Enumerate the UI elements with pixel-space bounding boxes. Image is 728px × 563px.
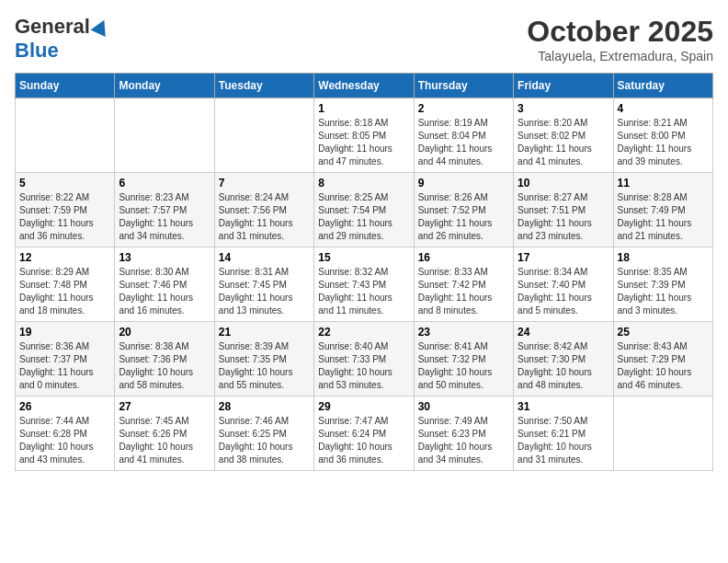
weekday-header: Wednesday	[314, 74, 414, 98]
day-number: 9	[418, 177, 509, 190]
day-info: Sunrise: 8:29 AM Sunset: 7:48 PM Dayligh…	[19, 266, 110, 317]
calendar-week-row: 12Sunrise: 8:29 AM Sunset: 7:48 PM Dayli…	[16, 247, 713, 322]
day-number: 17	[518, 251, 609, 264]
day-info: Sunrise: 8:21 AM Sunset: 8:00 PM Dayligh…	[618, 117, 709, 168]
day-info: Sunrise: 8:32 AM Sunset: 7:43 PM Dayligh…	[318, 266, 409, 317]
day-number: 18	[618, 251, 709, 264]
day-info: Sunrise: 8:27 AM Sunset: 7:51 PM Dayligh…	[518, 191, 609, 243]
calendar-day-cell: 7Sunrise: 8:24 AM Sunset: 7:56 PM Daylig…	[214, 173, 313, 247]
day-number: 24	[518, 326, 609, 339]
day-info: Sunrise: 7:50 AM Sunset: 6:21 PM Dayligh…	[518, 415, 609, 466]
calendar-day-cell: 4Sunrise: 8:21 AM Sunset: 8:00 PM Daylig…	[613, 98, 712, 173]
weekday-header: Saturday	[613, 74, 712, 98]
calendar-day-cell	[613, 396, 712, 471]
day-info: Sunrise: 7:45 AM Sunset: 6:26 PM Dayligh…	[119, 415, 210, 466]
calendar-day-cell: 5Sunrise: 8:22 AM Sunset: 7:59 PM Daylig…	[16, 173, 115, 247]
day-info: Sunrise: 8:25 AM Sunset: 7:54 PM Dayligh…	[318, 191, 409, 243]
calendar-day-cell: 1Sunrise: 8:18 AM Sunset: 8:05 PM Daylig…	[314, 98, 414, 173]
day-info: Sunrise: 8:18 AM Sunset: 8:05 PM Dayligh…	[318, 117, 409, 168]
calendar-day-cell	[16, 98, 115, 173]
day-number: 15	[318, 251, 409, 264]
day-info: Sunrise: 8:19 AM Sunset: 8:04 PM Dayligh…	[418, 117, 509, 168]
calendar-day-cell: 9Sunrise: 8:26 AM Sunset: 7:52 PM Daylig…	[414, 173, 513, 247]
day-info: Sunrise: 7:46 AM Sunset: 6:25 PM Dayligh…	[219, 415, 310, 466]
logo-blue: Blue	[15, 39, 109, 63]
day-number: 4	[618, 102, 709, 115]
day-number: 27	[119, 400, 210, 413]
calendar-day-cell: 13Sunrise: 8:30 AM Sunset: 7:46 PM Dayli…	[115, 247, 214, 322]
day-info: Sunrise: 8:42 AM Sunset: 7:30 PM Dayligh…	[518, 340, 609, 392]
calendar-day-cell: 12Sunrise: 8:29 AM Sunset: 7:48 PM Dayli…	[16, 247, 115, 322]
calendar-day-cell: 2Sunrise: 8:19 AM Sunset: 8:04 PM Daylig…	[414, 98, 513, 173]
calendar-day-cell: 17Sunrise: 8:34 AM Sunset: 7:40 PM Dayli…	[514, 247, 613, 322]
day-number: 1	[318, 102, 409, 115]
day-number: 12	[19, 251, 110, 264]
day-info: Sunrise: 8:36 AM Sunset: 7:37 PM Dayligh…	[19, 340, 110, 392]
logo-triangle-icon	[90, 17, 111, 37]
day-info: Sunrise: 8:33 AM Sunset: 7:42 PM Dayligh…	[418, 266, 509, 317]
calendar-week-row: 19Sunrise: 8:36 AM Sunset: 7:37 PM Dayli…	[16, 322, 713, 396]
calendar-week-row: 1Sunrise: 8:18 AM Sunset: 8:05 PM Daylig…	[16, 98, 713, 173]
calendar-day-cell	[115, 98, 214, 173]
day-info: Sunrise: 7:47 AM Sunset: 6:24 PM Dayligh…	[318, 415, 409, 466]
calendar-day-cell: 11Sunrise: 8:28 AM Sunset: 7:49 PM Dayli…	[613, 173, 712, 247]
day-info: Sunrise: 8:28 AM Sunset: 7:49 PM Dayligh…	[618, 191, 709, 243]
day-info: Sunrise: 8:39 AM Sunset: 7:35 PM Dayligh…	[219, 340, 310, 392]
day-info: Sunrise: 8:43 AM Sunset: 7:29 PM Dayligh…	[618, 340, 709, 392]
calendar-day-cell: 22Sunrise: 8:40 AM Sunset: 7:33 PM Dayli…	[314, 322, 414, 396]
day-number: 6	[119, 177, 210, 190]
day-number: 22	[318, 326, 409, 339]
day-number: 16	[418, 251, 509, 264]
calendar-day-cell: 20Sunrise: 8:38 AM Sunset: 7:36 PM Dayli…	[115, 322, 214, 396]
calendar-week-row: 26Sunrise: 7:44 AM Sunset: 6:28 PM Dayli…	[16, 396, 713, 471]
calendar-day-cell: 29Sunrise: 7:47 AM Sunset: 6:24 PM Dayli…	[314, 396, 414, 471]
weekday-header: Friday	[514, 74, 613, 98]
calendar-day-cell: 10Sunrise: 8:27 AM Sunset: 7:51 PM Dayli…	[514, 173, 613, 247]
calendar-day-cell: 8Sunrise: 8:25 AM Sunset: 7:54 PM Daylig…	[314, 173, 414, 247]
calendar-day-cell: 23Sunrise: 8:41 AM Sunset: 7:32 PM Dayli…	[414, 322, 513, 396]
calendar-day-cell: 3Sunrise: 8:20 AM Sunset: 8:02 PM Daylig…	[514, 98, 613, 173]
day-number: 28	[219, 400, 310, 413]
weekday-header: Thursday	[414, 74, 513, 98]
day-info: Sunrise: 8:41 AM Sunset: 7:32 PM Dayligh…	[418, 340, 509, 392]
day-info: Sunrise: 8:31 AM Sunset: 7:45 PM Dayligh…	[219, 266, 310, 317]
day-number: 8	[318, 177, 409, 190]
day-number: 10	[518, 177, 609, 190]
calendar-day-cell: 16Sunrise: 8:33 AM Sunset: 7:42 PM Dayli…	[414, 247, 513, 322]
day-info: Sunrise: 8:38 AM Sunset: 7:36 PM Dayligh…	[119, 340, 210, 392]
weekday-header: Sunday	[16, 74, 115, 98]
day-info: Sunrise: 8:24 AM Sunset: 7:56 PM Dayligh…	[219, 191, 310, 243]
day-number: 7	[219, 177, 310, 190]
calendar-day-cell: 31Sunrise: 7:50 AM Sunset: 6:21 PM Dayli…	[514, 396, 613, 471]
day-number: 23	[418, 326, 509, 339]
day-number: 11	[618, 177, 709, 190]
day-info: Sunrise: 8:30 AM Sunset: 7:46 PM Dayligh…	[119, 266, 210, 317]
month-title: October 2025	[527, 15, 713, 49]
calendar-day-cell: 21Sunrise: 8:39 AM Sunset: 7:35 PM Dayli…	[214, 322, 313, 396]
day-number: 21	[219, 326, 310, 339]
calendar-day-cell: 30Sunrise: 7:49 AM Sunset: 6:23 PM Dayli…	[414, 396, 513, 471]
calendar-header-row: SundayMondayTuesdayWednesdayThursdayFrid…	[16, 74, 713, 98]
day-info: Sunrise: 8:20 AM Sunset: 8:02 PM Dayligh…	[518, 117, 609, 168]
day-info: Sunrise: 8:26 AM Sunset: 7:52 PM Dayligh…	[418, 191, 509, 243]
day-info: Sunrise: 7:49 AM Sunset: 6:23 PM Dayligh…	[418, 415, 509, 466]
calendar-day-cell: 14Sunrise: 8:31 AM Sunset: 7:45 PM Dayli…	[214, 247, 313, 322]
page-header: General Blue October 2025 Talayuela, Ext…	[15, 15, 713, 63]
day-info: Sunrise: 8:22 AM Sunset: 7:59 PM Dayligh…	[19, 191, 110, 243]
day-number: 3	[518, 102, 609, 115]
location-title: Talayuela, Extremadura, Spain	[527, 49, 713, 63]
calendar-week-row: 5Sunrise: 8:22 AM Sunset: 7:59 PM Daylig…	[16, 173, 713, 247]
day-number: 29	[318, 400, 409, 413]
calendar-day-cell	[214, 98, 313, 173]
calendar-day-cell: 25Sunrise: 8:43 AM Sunset: 7:29 PM Dayli…	[613, 322, 712, 396]
logo-general: General	[15, 15, 90, 39]
calendar-day-cell: 15Sunrise: 8:32 AM Sunset: 7:43 PM Dayli…	[314, 247, 414, 322]
day-number: 25	[618, 326, 709, 339]
weekday-header: Tuesday	[214, 74, 313, 98]
calendar-day-cell: 28Sunrise: 7:46 AM Sunset: 6:25 PM Dayli…	[214, 396, 313, 471]
day-number: 14	[219, 251, 310, 264]
calendar-day-cell: 6Sunrise: 8:23 AM Sunset: 7:57 PM Daylig…	[115, 173, 214, 247]
weekday-header: Monday	[115, 74, 214, 98]
day-info: Sunrise: 8:35 AM Sunset: 7:39 PM Dayligh…	[618, 266, 709, 317]
day-number: 30	[418, 400, 509, 413]
